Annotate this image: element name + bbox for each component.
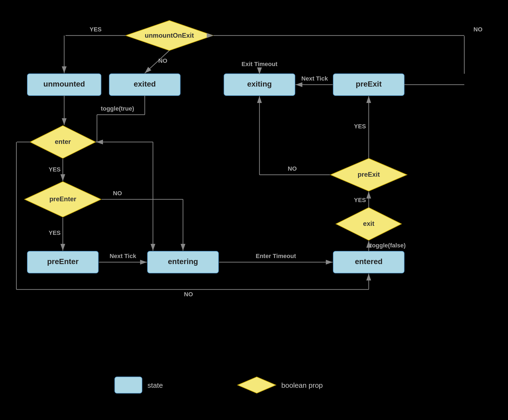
preenter-diamond-label: preEnter	[49, 195, 76, 203]
exit-timeout-label: Exit Timeout	[241, 61, 277, 67]
preexit-box-label: preExit	[356, 80, 382, 88]
legend-diamond	[238, 377, 276, 393]
exited-label: exited	[134, 80, 156, 88]
toggle-false-label: toggle(false)	[370, 242, 406, 249]
legend-state-text: state	[147, 381, 163, 389]
enter-label: enter	[55, 138, 71, 145]
entering-label: entering	[168, 257, 198, 266]
entered-label: entered	[355, 257, 382, 266]
exiting-label: exiting	[247, 80, 272, 88]
legend-boolean-text: boolean prop	[281, 381, 323, 389]
no-unmount-label: NO	[158, 57, 167, 64]
toggle-true-label: toggle(true)	[101, 105, 134, 112]
yes-unmount-label: YES	[90, 26, 102, 33]
yes-enter-label: YES	[49, 166, 61, 173]
legend-state-box	[115, 377, 142, 393]
next-tick-preenter-label: Next Tick	[110, 253, 136, 259]
bottom-no-label: NO	[184, 291, 193, 298]
no-preenter-label: NO	[113, 190, 122, 197]
preenter-box-label: preEnter	[47, 257, 78, 266]
diagram-container: unmountOnExit unmounted exited exiting p…	[0, 0, 508, 420]
yes-preexit-label: YES	[354, 123, 366, 130]
next-tick-preexit-label: Next Tick	[301, 75, 328, 82]
no-preexit-label: NO	[288, 165, 297, 172]
exit-label: exit	[363, 220, 374, 227]
no-right-label: NO	[474, 26, 483, 33]
unmounted-label: unmounted	[43, 80, 85, 88]
yes-exit-label: YES	[354, 197, 366, 203]
enter-timeout-label: Enter Timeout	[256, 253, 296, 259]
unmount-on-exit-label: unmountOnExit	[145, 32, 194, 39]
yes-preenter-label: YES	[49, 229, 61, 236]
preexit-diamond-label: preExit	[358, 171, 380, 178]
